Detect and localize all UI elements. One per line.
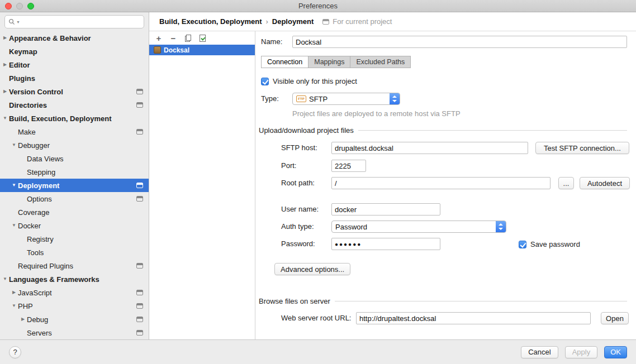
sidebar-item-javascript[interactable]: ▶JavaScript xyxy=(0,286,149,299)
copy-button[interactable] xyxy=(182,32,194,44)
type-select[interactable]: FTP SFTP xyxy=(292,93,400,105)
port-label: Port: xyxy=(281,160,296,172)
zoom-button[interactable] xyxy=(27,3,34,9)
chevron-down-icon[interactable]: ▼ xyxy=(10,138,18,152)
chevron-down-icon[interactable]: ▼ xyxy=(1,272,9,286)
chevron-right-icon[interactable]: ▶ xyxy=(1,85,9,98)
chevron-right-icon[interactable]: ▶ xyxy=(10,286,18,299)
sidebar-item-label: Deployment xyxy=(18,181,59,190)
sidebar-item-languages-frameworks[interactable]: ▼Languages & Frameworks xyxy=(0,272,149,286)
sidebar-item-label: Registry xyxy=(27,235,54,243)
sidebar-item-label: Editor xyxy=(9,61,30,69)
upload-section-header: Upload/download project files xyxy=(259,126,627,135)
section-label: Upload/download project files xyxy=(259,126,354,135)
sidebar-item-debug[interactable]: ▶Debug xyxy=(0,313,149,326)
section-label: Browse files on server xyxy=(259,297,330,305)
password-input[interactable] xyxy=(331,238,440,250)
chevron-down-icon[interactable]: ▼ xyxy=(1,112,9,125)
sidebar-item-editor[interactable]: ▶Editor xyxy=(0,58,149,71)
auth-type-label: Auth type: xyxy=(281,221,314,233)
type-label: Type: xyxy=(261,93,279,105)
save-password-checkbox[interactable] xyxy=(519,241,526,248)
root-path-label: Root path: xyxy=(281,177,315,189)
sidebar-item-label: Docker xyxy=(18,222,41,230)
sidebar-item-docker[interactable]: ▼Docker xyxy=(0,219,149,232)
chevron-right-icon[interactable]: ▶ xyxy=(1,58,9,71)
name-label: Name: xyxy=(261,36,282,48)
sidebar-item-appearance-behavior[interactable]: ▶Appearance & Behavior xyxy=(0,31,149,45)
browse-root-path-button[interactable]: ... xyxy=(558,177,574,189)
sidebar-item-version-control[interactable]: ▶Version Control xyxy=(0,85,149,98)
sidebar-item-deployment[interactable]: ▼Deployment xyxy=(0,179,149,192)
test-sftp-connection-button[interactable]: Test SFTP connection... xyxy=(535,142,629,154)
visible-only-row: Visible only for this project xyxy=(261,77,357,85)
name-input[interactable] xyxy=(292,36,627,48)
server-item-label: Docksal xyxy=(164,46,189,54)
user-name-input[interactable] xyxy=(331,203,440,215)
apply-button[interactable]: Apply xyxy=(565,346,598,358)
remove-button[interactable]: − xyxy=(167,32,179,44)
advanced-options-button[interactable]: Advanced options... xyxy=(274,263,350,275)
search-input[interactable]: ▼ xyxy=(4,15,144,28)
sidebar-item-make[interactable]: Make xyxy=(0,125,149,138)
chevron-down-icon: ▼ xyxy=(16,20,20,24)
current-project-icon xyxy=(322,19,329,25)
sidebar-item-plugins[interactable]: Plugins xyxy=(0,71,149,85)
chevron-down-icon[interactable]: ▼ xyxy=(10,179,18,192)
sidebar-item-registry[interactable]: Registry xyxy=(0,232,149,246)
tab-mappings[interactable]: Mappings xyxy=(308,56,350,68)
chevron-right-icon[interactable]: ▶ xyxy=(1,31,9,45)
help-button[interactable]: ? xyxy=(9,346,21,358)
sidebar-item-stepping[interactable]: Stepping xyxy=(0,165,149,179)
sidebar-item-build-execution-deployment[interactable]: ▼Build, Execution, Deployment xyxy=(0,112,149,125)
sidebar-item-debugger[interactable]: ▼Debugger xyxy=(0,138,149,152)
ok-button[interactable]: OK xyxy=(604,346,627,358)
sidebar-item-label: Options xyxy=(27,195,52,203)
chevron-down-icon[interactable]: ▼ xyxy=(10,299,18,313)
sidebar-item-directories[interactable]: Directories xyxy=(0,98,149,112)
deployment-form: Name: ConnectionMappingsExcluded Paths V… xyxy=(255,31,636,339)
port-input[interactable] xyxy=(331,160,366,172)
sidebar-item-label: Appearance & Behavior xyxy=(9,34,91,42)
web-root-label: Web server root URL: xyxy=(281,312,351,324)
chevron-down-icon[interactable]: ▼ xyxy=(10,219,18,232)
use-as-default-icon xyxy=(200,35,206,42)
root-path-input[interactable] xyxy=(331,177,550,189)
sidebar-item-keymap[interactable]: Keymap xyxy=(0,45,149,58)
autodetect-button[interactable]: Autodetect xyxy=(580,177,630,189)
sidebar-item-coverage[interactable]: Coverage xyxy=(0,205,149,219)
type-value: SFTP xyxy=(309,95,328,103)
breadcrumb: Build, Execution, Deployment › Deploymen… xyxy=(149,12,636,31)
sidebar-item-label: Directories xyxy=(9,101,47,109)
sidebar-item-servers[interactable]: Servers xyxy=(0,326,149,339)
breadcrumb-parent[interactable]: Build, Execution, Deployment xyxy=(159,17,262,26)
sidebar-item-tools[interactable]: Tools xyxy=(0,246,149,259)
save-password-row: Save password xyxy=(519,240,580,248)
sidebar-item-required-plugins[interactable]: Required Plugins xyxy=(0,259,149,272)
use-as-default-button[interactable] xyxy=(196,32,208,44)
password-label: Password: xyxy=(281,238,315,250)
sidebar-item-label: Make xyxy=(18,128,36,136)
tab-connection[interactable]: Connection xyxy=(261,56,308,68)
sftp-host-input[interactable] xyxy=(331,142,528,154)
server-item-docksal[interactable]: Docksal xyxy=(149,45,255,55)
close-button[interactable] xyxy=(5,3,12,9)
tab-excluded-paths[interactable]: Excluded Paths xyxy=(350,56,411,68)
sidebar-item-data-views[interactable]: Data Views xyxy=(0,152,149,165)
visible-only-checkbox[interactable] xyxy=(261,78,269,85)
sidebar-item-label: Data Views xyxy=(27,155,64,163)
auth-type-select[interactable]: Password xyxy=(331,221,506,233)
chevron-right-icon[interactable]: ▶ xyxy=(19,313,27,326)
sidebar-item-options[interactable]: Options xyxy=(0,192,149,205)
open-button[interactable]: Open xyxy=(601,312,629,324)
sidebar-item-label: PHP xyxy=(18,302,33,310)
web-root-input[interactable] xyxy=(356,312,591,324)
auth-type-value: Password xyxy=(335,223,367,231)
titlebar: Preferences xyxy=(0,0,636,12)
add-button[interactable]: + xyxy=(153,32,165,44)
breadcrumb-current: Deployment xyxy=(272,17,314,26)
sidebar-item-label: Version Control xyxy=(9,88,63,96)
sidebar-item-php[interactable]: ▼PHP xyxy=(0,299,149,313)
cancel-button[interactable]: Cancel xyxy=(521,346,558,358)
current-project-icon xyxy=(136,330,143,336)
